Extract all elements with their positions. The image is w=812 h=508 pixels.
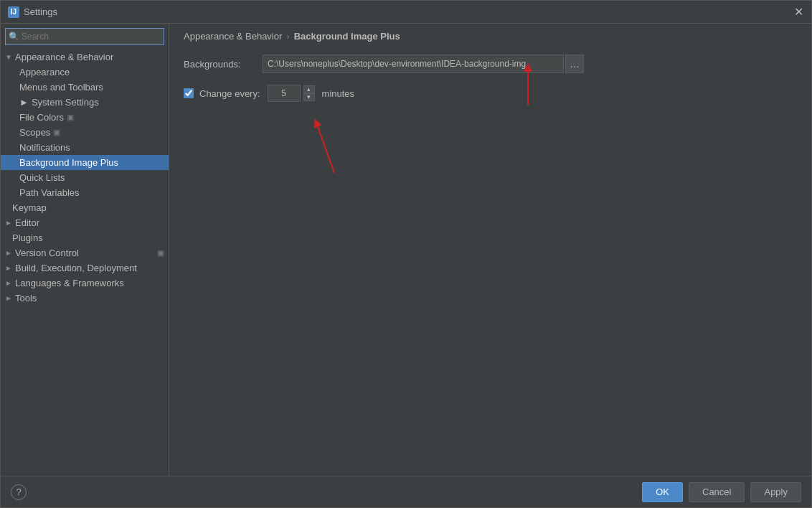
search-icon: 🔍 <box>9 32 19 42</box>
breadcrumb-current: Background Image Plus <box>294 31 400 42</box>
version-control-icon: ▣ <box>157 248 164 258</box>
bottom-actions: OK Cancel Apply <box>642 482 801 502</box>
change-every-checkbox[interactable] <box>184 88 194 98</box>
title-bar: IJ Settings ✕ <box>1 1 811 24</box>
version-control-label: Version Control <box>15 248 79 258</box>
languages-label: Languages & Frameworks <box>15 278 124 288</box>
nav-group-header-appearance-behavior[interactable]: ▼ Appearance & Behavior <box>1 50 169 65</box>
app-icon: IJ <box>8 6 19 18</box>
sidebar-item-appearance[interactable]: Appearance <box>1 65 169 80</box>
plugins-label: Plugins <box>12 232 43 243</box>
ok-button[interactable]: OK <box>642 482 683 502</box>
path-variables-label: Path Variables <box>19 187 80 198</box>
build-label: Build, Execution, Deployment <box>15 263 137 273</box>
breadcrumb: Appearance & Behavior › Background Image… <box>169 24 811 47</box>
minutes-label: minutes <box>322 88 355 99</box>
version-control-arrow-icon: ► <box>5 249 12 257</box>
nav-group-appearance-behavior: ▼ Appearance & Behavior Appearance Menus… <box>1 50 169 200</box>
nav-group-editor: ► Editor <box>1 215 169 230</box>
nav-group-header-version-control[interactable]: ► Version Control ▣ <box>1 245 169 260</box>
help-button[interactable]: ? <box>11 484 27 500</box>
tools-arrow-icon: ► <box>5 294 12 302</box>
appearance-item-label: Appearance <box>19 67 70 77</box>
main-content: 🔍 ▼ Appearance & Behavior Appearance <box>1 24 811 476</box>
nav-tree: ▼ Appearance & Behavior Appearance Menus… <box>1 48 169 476</box>
backgrounds-path-input[interactable] <box>263 55 564 73</box>
nav-group-languages: ► Languages & Frameworks <box>1 276 169 291</box>
cancel-button[interactable]: Cancel <box>689 482 745 502</box>
apply-button[interactable]: Apply <box>750 482 801 502</box>
backgrounds-label: Backgrounds: <box>184 59 255 70</box>
sidebar-item-file-colors[interactable]: File Colors ▣ <box>1 110 169 125</box>
background-image-plus-label: Background Image Plus <box>19 157 118 168</box>
editor-arrow-icon: ► <box>5 219 12 227</box>
notifications-label: Notifications <box>19 142 70 153</box>
appearance-behavior-label: Appearance & Behavior <box>15 52 113 62</box>
nav-group-header-build[interactable]: ► Build, Execution, Deployment <box>1 260 169 276</box>
nav-group-version-control: ► Version Control ▣ <box>1 245 169 260</box>
settings-content: Backgrounds: … Change every: <box>169 47 811 476</box>
change-every-row: Change every: ▴ ▾ minutes <box>184 85 797 102</box>
system-settings-arrow-icon: ► <box>19 97 29 108</box>
system-settings-label: System Settings <box>32 97 99 108</box>
spinner-up-button[interactable]: ▴ <box>303 85 315 93</box>
title-bar-left: IJ Settings <box>8 6 57 18</box>
main-panel: Appearance & Behavior › Background Image… <box>169 24 811 476</box>
nav-group-header-languages[interactable]: ► Languages & Frameworks <box>1 276 169 291</box>
menus-toolbars-label: Menus and Toolbars <box>19 82 103 93</box>
build-arrow-icon: ► <box>5 264 12 272</box>
breadcrumb-separator: › <box>286 31 289 42</box>
scopes-icon: ▣ <box>53 128 60 137</box>
spinner-down-button[interactable]: ▾ <box>303 93 315 101</box>
spinner-wrap: ▴ ▾ <box>268 85 315 102</box>
change-every-spinner[interactable] <box>268 85 301 102</box>
sidebar-item-path-variables[interactable]: Path Variables <box>1 185 169 200</box>
sidebar-item-scopes[interactable]: Scopes ▣ <box>1 125 169 140</box>
bottom-bar: ? OK Cancel Apply <box>1 476 811 507</box>
path-input-wrap: … <box>263 55 584 73</box>
change-every-label[interactable]: Change every: <box>199 88 260 99</box>
file-colors-label: File Colors <box>19 112 64 123</box>
search-box: 🔍 <box>5 28 164 45</box>
sidebar-item-quick-lists[interactable]: Quick Lists <box>1 170 169 185</box>
browse-button[interactable]: … <box>565 55 584 73</box>
search-input[interactable] <box>5 28 164 45</box>
settings-window: IJ Settings ✕ 🔍 ▼ Appearance & Behavior <box>0 0 812 508</box>
sidebar-item-keymap[interactable]: Keymap <box>1 200 169 215</box>
sidebar-item-menus-toolbars[interactable]: Menus and Toolbars <box>1 80 169 95</box>
sidebar: 🔍 ▼ Appearance & Behavior Appearance <box>1 24 169 476</box>
sidebar-item-system-settings[interactable]: ► System Settings <box>1 95 169 110</box>
annotation-arrow-1 <box>313 116 384 187</box>
sidebar-item-plugins[interactable]: Plugins <box>1 230 169 245</box>
nav-group-build: ► Build, Execution, Deployment <box>1 260 169 276</box>
sidebar-item-notifications[interactable]: Notifications <box>1 140 169 155</box>
spinner-buttons: ▴ ▾ <box>303 85 315 101</box>
svg-line-1 <box>316 123 334 173</box>
breadcrumb-parent: Appearance & Behavior <box>184 31 282 42</box>
nav-group-header-editor[interactable]: ► Editor <box>1 215 169 230</box>
keymap-label: Keymap <box>12 202 47 213</box>
backgrounds-row: Backgrounds: … <box>184 55 797 73</box>
close-button[interactable]: ✕ <box>791 5 806 19</box>
nav-group-header-tools[interactable]: ► Tools <box>1 291 169 306</box>
change-every-checkbox-row: Change every: <box>184 88 260 99</box>
window-title: Settings <box>24 6 57 17</box>
sidebar-item-background-image-plus[interactable]: Background Image Plus <box>1 155 169 170</box>
languages-arrow-icon: ► <box>5 279 12 287</box>
expand-arrow-icon: ▼ <box>5 53 12 61</box>
nav-group-tools: ► Tools <box>1 291 169 306</box>
tools-label: Tools <box>15 293 37 304</box>
file-colors-icon: ▣ <box>67 113 74 122</box>
scopes-label: Scopes <box>19 127 50 138</box>
editor-label: Editor <box>15 217 39 228</box>
quick-lists-label: Quick Lists <box>19 172 65 183</box>
